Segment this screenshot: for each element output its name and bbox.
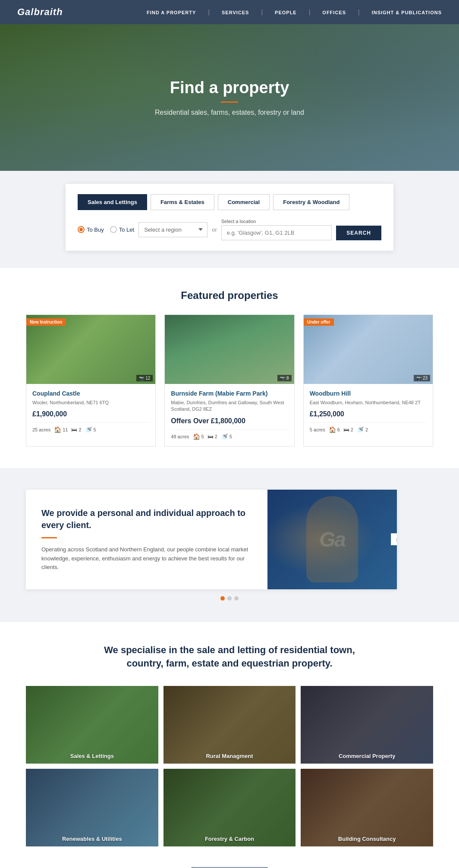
beds-feature: 🏠 11 [54,426,68,433]
service-card-forestry[interactable]: Forestry & Carbon [163,769,296,846]
nav-services[interactable]: Services [222,10,249,15]
service-overlay [163,686,296,764]
camera-icon: 📷 [416,376,421,381]
property-card[interactable]: Under offer 📷 23 Woodburn Hill East Wood… [303,314,433,447]
carousel-next-button[interactable]: › [391,533,397,545]
to-let-radio[interactable]: To Let [110,226,134,233]
bath-feature: 🛏 2 [207,433,217,440]
hero-accent-bar [221,101,238,103]
carousel-dot-2[interactable] [227,596,232,601]
carousel-dot-3[interactable] [234,596,239,601]
nav-links: Find a Property | Services | People | Of… [147,8,442,16]
property-features: 25 acres 🏠 11 🛏 2 🚿 5 [32,422,149,433]
about-image: Ga › [267,490,397,589]
recep-feature: 🚿 5 [221,433,232,440]
service-label: Building Consultancy [301,836,433,842]
property-card[interactable]: New Instruction 📷 12 Coupland Castle Woo… [26,314,156,447]
nav-people[interactable]: People [275,10,297,15]
property-features: 48 acres 🏠 5 🛏 2 🚿 5 [171,429,288,440]
property-address: East Woodburn, Hexham, Northumberland, N… [310,399,427,406]
tab-commercial[interactable]: Commercial [218,194,270,210]
property-image: Under offer 📷 23 [304,315,433,384]
galbraith-watermark: Ga [319,528,345,551]
acres-feature: 5 acres [310,427,325,432]
property-bg [165,315,294,384]
featured-title: Featured properties [26,289,433,302]
photo-count: 📷 8 [277,375,292,381]
service-overlay [301,686,433,764]
to-buy-radio[interactable]: To Buy [78,226,104,233]
site-logo[interactable]: Galbraith [17,6,63,18]
search-button[interactable]: SEARCH [336,226,381,240]
recep-feature: 🚿 2 [357,426,368,433]
property-info: Woodburn Hill East Woodburn, Hexham, Nor… [304,384,433,439]
property-price: Offers Over £1,800,000 [171,417,288,425]
search-row: To Buy To Let Select a region or Select … [78,219,381,240]
service-label: Forestry & Carbon [163,836,296,842]
tab-sales-lettings[interactable]: Sales and Lettings [78,194,147,210]
carousel-dot-1[interactable] [220,596,225,601]
about-section: We provide a personal and individual app… [0,468,459,622]
nav-find-property[interactable]: Find a Property [147,10,196,15]
property-price: £1,250,000 [310,410,427,418]
bed-icon: 🛏 [71,426,77,433]
properties-grid: New Instruction 📷 12 Coupland Castle Woo… [26,314,433,447]
specialise-title: We specialise in the sale and letting of… [100,644,359,670]
navigation: Galbraith Find a Property | Services | P… [0,0,459,24]
property-name: Coupland Castle [32,390,149,397]
property-name: Burnside Farm (Mabie Farm Park) [171,390,288,397]
hero-title: Find a property [155,79,304,97]
property-image: 📷 8 [165,315,294,384]
hero-subtitle: Residential sales, farms, estates, fores… [155,109,304,116]
house-icon: 🏠 [329,426,336,433]
featured-section: Featured properties New Instruction 📷 12… [0,268,459,468]
property-info: Coupland Castle Wooler, Northumberland, … [26,384,155,439]
carousel-dots [26,596,433,601]
bath-feature: 🛏 2 [343,426,353,433]
recep-feature: 🚿 5 [85,426,96,433]
specialise-section: We specialise in the sale and letting of… [0,622,459,868]
hero-content: Find a property Residential sales, farms… [155,79,304,116]
to-let-radio-indicator [110,226,117,233]
property-address: Wooler, Northumberland, NE71 6TQ [32,399,149,406]
service-label: Sales & Lettings [26,753,158,759]
nav-insight[interactable]: Insight & Publications [372,10,442,15]
beds-feature: 🏠 5 [193,433,204,440]
service-overlay [163,769,296,846]
tab-forestry[interactable]: Forestry & Woodland [273,194,349,210]
search-container: Sales and Lettings Farms & Estates Comme… [0,171,459,268]
beds-feature: 🏠 6 [329,426,340,433]
location-group: Select a location [221,219,332,240]
camera-icon: 📷 [139,376,144,381]
property-badge: Under offer [304,318,334,326]
service-label: Rural Managment [163,753,296,759]
nav-offices[interactable]: Offices [322,10,346,15]
tab-farms-estates[interactable]: Farms & Estates [151,194,214,210]
property-features: 5 acres 🏠 6 🛏 2 🚿 2 [310,422,427,433]
bath-icon: 🚿 [357,426,364,433]
search-tabs: Sales and Lettings Farms & Estates Comme… [78,194,381,210]
property-card[interactable]: 📷 8 Burnside Farm (Mabie Farm Park) Mabi… [164,314,294,447]
location-input[interactable] [221,225,332,240]
service-card-sales[interactable]: Sales & Lettings [26,686,158,764]
bed-icon: 🛏 [207,433,214,440]
service-card-rural[interactable]: Rural Managment [163,686,296,764]
house-icon: 🏠 [54,426,61,433]
cta-container: OUR SERVICES [26,852,433,868]
property-badge: New Instruction [26,318,66,326]
acres-feature: 25 acres [32,427,50,432]
bed-icon: 🛏 [343,426,349,433]
region-select[interactable]: Select a region [138,222,207,237]
buy-let-radio-group: To Buy To Let [78,226,134,233]
bath-icon: 🚿 [221,433,228,440]
about-body: Operating across Scotland and Northern E… [41,545,252,572]
service-card-renewables[interactable]: Renewables & Utilities [26,769,158,846]
about-text: We provide a personal and individual app… [26,490,267,589]
services-grid-top: Sales & Lettings Rural Managment Commerc… [26,686,433,764]
hero-section: Find a property Residential sales, farms… [0,24,459,171]
service-card-building[interactable]: Building Consultancy [301,769,433,846]
service-overlay [26,769,158,846]
photo-count: 📷 12 [136,375,153,381]
property-name: Woodburn Hill [310,390,427,397]
service-card-commercial[interactable]: Commercial Property [301,686,433,764]
